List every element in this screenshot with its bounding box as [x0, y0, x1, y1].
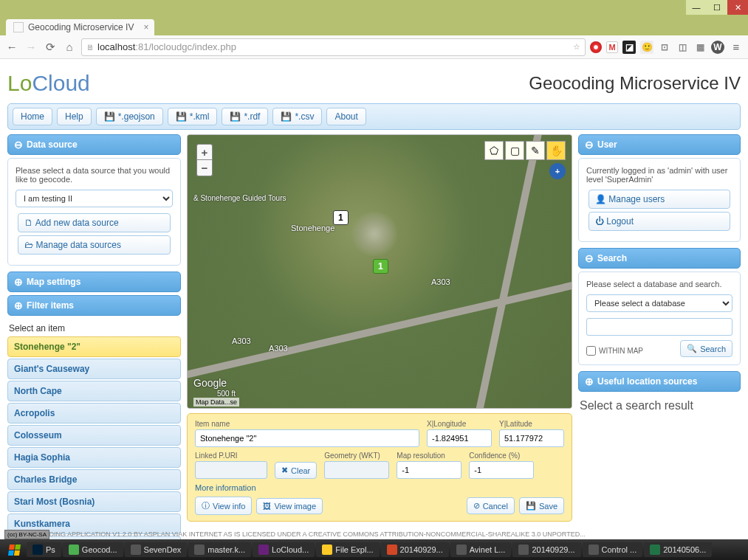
reload-icon[interactable]: ⟳ — [43, 40, 58, 55]
clear-button[interactable]: ✖ Clear — [275, 462, 317, 479]
confidence-input[interactable] — [469, 461, 534, 479]
user-header[interactable]: ⊖ User — [578, 134, 741, 155]
home-icon[interactable]: ⌂ — [62, 40, 77, 55]
bookmark-icon[interactable]: ☆ — [573, 42, 580, 52]
export-csv-button[interactable]: 💾*.csv — [272, 108, 322, 125]
export-geojson-button[interactable]: 💾*.geojson — [96, 108, 163, 125]
task-item[interactable]: Control ... — [583, 542, 643, 557]
within-map-checkbox[interactable]: WITHIN MAP — [586, 346, 643, 356]
map-settings-header[interactable]: ⊕ Map settings — [7, 272, 181, 292]
draw-polygon-icon[interactable]: ⬠ — [484, 141, 504, 160]
cancel-button[interactable]: ⊘ Cancel — [467, 497, 515, 514]
ext-gmail-icon[interactable]: M — [606, 41, 618, 53]
task-item[interactable]: 20140929... — [381, 542, 449, 557]
confidence-label: Confidence (%) — [469, 452, 534, 460]
nav-forward-icon[interactable]: → — [24, 40, 38, 55]
road-label: A303 — [431, 277, 450, 286]
list-item[interactable]: Stonehenge "2" — [7, 336, 181, 357]
list-item[interactable]: Charles Bridge — [7, 469, 181, 490]
database-select[interactable]: Please select a database — [586, 294, 732, 312]
search-header[interactable]: ⊖ Search — [578, 248, 741, 269]
user-panel: Currently logged in as 'admin' with user… — [578, 158, 741, 242]
tab-close-icon[interactable]: × — [143, 22, 148, 32]
about-button[interactable]: About — [326, 108, 366, 125]
data-source-select[interactable]: I am testing II — [16, 190, 173, 207]
map-marker[interactable]: 1 — [333, 210, 349, 225]
search-button[interactable]: 🔍 Search — [680, 340, 732, 357]
ext-wordpress-icon[interactable]: W — [711, 41, 724, 54]
within-map-input[interactable] — [586, 346, 596, 356]
zoom-out-button[interactable]: − — [196, 160, 213, 176]
view-image-button[interactable]: 🖼 View image — [256, 498, 323, 514]
draw-rect-icon[interactable]: ▢ — [505, 141, 524, 160]
search-input[interactable] — [586, 318, 732, 336]
task-item[interactable]: SevenDex — [125, 542, 188, 557]
cc-badge: (cc) BY-NC-SA — [4, 530, 49, 539]
geometry-input[interactable] — [324, 461, 389, 479]
add-data-source-button[interactable]: 🗋 Add new data source — [18, 213, 171, 232]
ext-icon[interactable]: 🙂 — [640, 41, 653, 54]
menu-icon[interactable]: ≡ — [729, 40, 744, 55]
folder-icon — [322, 545, 332, 555]
ps-icon — [32, 545, 43, 555]
filter-items-header[interactable]: ⊕ Filter items — [7, 295, 181, 316]
home-button[interactable]: Home — [13, 108, 52, 125]
logout-button[interactable]: ⏻ Logout — [589, 212, 730, 231]
list-item[interactable]: Colosseum — [7, 425, 181, 446]
start-button[interactable] — [3, 541, 25, 559]
task-item[interactable]: Ps — [27, 542, 61, 557]
map[interactable]: A303 A303 A303 Stonehenge & Stonehenge G… — [187, 134, 572, 409]
search-panel: Please select a database and search. Ple… — [578, 272, 741, 365]
window-close[interactable]: ✕ — [727, 0, 748, 15]
pan-hand-icon[interactable]: ✋ — [546, 141, 566, 160]
edit-icon[interactable]: ✎ — [526, 141, 545, 160]
task-item[interactable]: 20140506... — [644, 542, 712, 557]
search-prompt: Please select a database and search. — [586, 280, 732, 288]
linked-uri-input[interactable] — [195, 461, 267, 479]
save-icon: 💾 — [176, 111, 187, 122]
plus-icon: ⊕ — [14, 276, 23, 288]
ext-icon[interactable]: ◪ — [622, 41, 636, 54]
list-item[interactable]: Stari Most (Bosnia) — [7, 491, 181, 512]
task-item[interactable]: LoCloud... — [253, 542, 315, 557]
list-item[interactable]: Acropolis — [7, 403, 181, 424]
export-kml-button[interactable]: 💾*.kml — [168, 108, 218, 125]
url-input[interactable]: 🗎 localhost:81/locloudgc/index.php ☆ — [81, 38, 586, 56]
ext-icon[interactable]: ◫ — [676, 41, 689, 54]
list-item[interactable]: North Cape — [7, 381, 181, 401]
window-maximize[interactable]: ☐ — [707, 0, 727, 15]
list-item[interactable]: Hagia Sophia — [7, 447, 181, 468]
ext-opera-icon[interactable] — [590, 41, 602, 53]
resolution-input[interactable] — [397, 461, 462, 479]
view-info-button[interactable]: ⓘ View info — [195, 497, 252, 515]
data-source-header[interactable]: ⊖ Data source — [7, 134, 181, 155]
task-item[interactable]: Avinet L... — [450, 542, 512, 557]
app-icon — [131, 545, 141, 555]
task-item[interactable]: 20140929... — [512, 542, 580, 557]
task-item[interactable]: master.k... — [188, 542, 251, 557]
manage-data-sources-button[interactable]: 🗁 Manage data sources — [18, 235, 171, 255]
useful-sources-header[interactable]: ⊕ Useful location sources — [578, 371, 741, 392]
ext-icon[interactable]: ▦ — [693, 41, 707, 54]
nav-back-icon[interactable]: ← — [4, 40, 19, 55]
longitude-input[interactable] — [427, 429, 492, 447]
map-marker-green[interactable]: 1 — [373, 259, 388, 274]
save-button[interactable]: 💾 Save — [519, 497, 564, 514]
manage-users-button[interactable]: 👤 Manage users — [589, 190, 730, 209]
map-info-icon[interactable]: + — [549, 163, 566, 179]
export-rdf-button[interactable]: 💾*.rdf — [222, 108, 268, 125]
task-item[interactable]: File Expl... — [316, 542, 379, 557]
logo: LoCloud — [7, 71, 90, 96]
window-minimize[interactable]: — — [686, 0, 707, 15]
help-button[interactable]: Help — [57, 108, 92, 125]
zoom-in-button[interactable]: + — [196, 144, 213, 160]
ext-cast-icon[interactable]: ⊡ — [658, 41, 671, 54]
browser-tab[interactable]: Geocoding Microservice IV × — [6, 19, 154, 35]
logo-lo: Lo — [7, 71, 32, 95]
item-name-input[interactable] — [195, 429, 419, 447]
latitude-input[interactable] — [499, 429, 564, 447]
minus-icon: ⊖ — [585, 139, 594, 151]
list-item[interactable]: Giant's Causeway — [7, 359, 181, 379]
address-bar: ← → ⟳ ⌂ 🗎 localhost:81/locloudgc/index.p… — [0, 35, 748, 59]
task-item[interactable]: Geocod... — [63, 542, 123, 557]
